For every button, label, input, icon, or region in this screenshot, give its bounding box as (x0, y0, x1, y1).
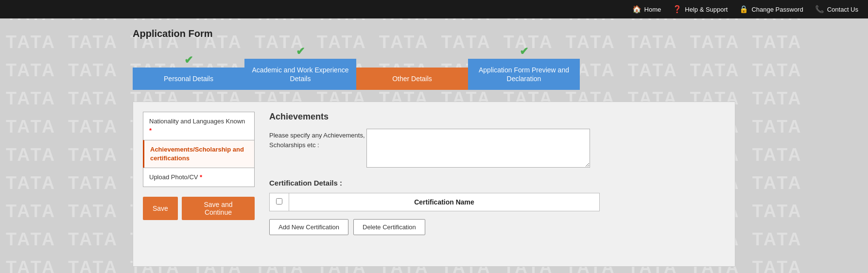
step-preview-check: ✔ (520, 46, 528, 57)
sidebar-achievements-label: Achievements/Scholarship and certificati… (150, 146, 244, 162)
save-button[interactable]: Save (143, 197, 178, 220)
nav-change-password-label: Change Password (751, 6, 803, 13)
sidebar-nationality-label: Nationality and Languages Known (149, 118, 245, 125)
step-academic-check: ✔ (296, 46, 305, 57)
certification-buttons: Add New Certification Delete Certificati… (269, 219, 725, 235)
home-icon: 🏠 (632, 5, 642, 14)
step-preview-button[interactable]: Application Form Preview and Declaration (468, 59, 580, 90)
page-title: Application Form (133, 28, 735, 39)
step-other: ✔ Other Details (356, 55, 468, 90)
step-preview: ✔ Application Form Preview and Declarati… (468, 46, 580, 90)
nav-home-label: Home (644, 6, 661, 13)
nav-change-password[interactable]: 🔒 Change Password (739, 5, 803, 14)
lock-icon: 🔒 (739, 5, 748, 14)
certification-table: Certification Name (269, 193, 600, 211)
step-personal-button[interactable]: Personal Details (133, 68, 244, 90)
sidebar-item-upload[interactable]: Upload Photo/CV * (143, 168, 255, 187)
steps-bar: ✔ Personal Details ✔ Academic and Work E… (133, 46, 735, 90)
main-content: Application Form ✔ Personal Details ✔ Ac… (113, 18, 755, 273)
cert-select-all-checkbox[interactable] (276, 198, 282, 205)
add-certification-button[interactable]: Add New Certification (269, 219, 348, 235)
step-other-button[interactable]: Other Details (356, 68, 468, 90)
step-academic-button[interactable]: Academic and Work Experience Details (244, 59, 356, 90)
cert-header-checkbox (270, 193, 289, 211)
sidebar-upload-required: * (200, 173, 202, 181)
nav-help-label: Help & Support (685, 6, 728, 13)
nav-home[interactable]: 🏠 Home (632, 5, 661, 14)
step-personal-check: ✔ (184, 55, 193, 66)
left-sidebar: Nationality and Languages Known * Achiev… (143, 112, 255, 256)
save-continue-button[interactable]: Save and Continue (182, 197, 255, 220)
achievements-section-title: Achievements (269, 112, 725, 122)
phone-icon: 📞 (815, 5, 824, 14)
sidebar-item-nationality[interactable]: Nationality and Languages Known * (143, 112, 255, 140)
help-icon: ❓ (673, 5, 682, 14)
achievements-textarea[interactable] (366, 129, 590, 168)
achievements-field-input (366, 129, 725, 169)
sidebar-upload-label: Upload Photo/CV (149, 173, 198, 181)
certification-section-title: Certification Details : (269, 179, 725, 187)
achievements-field-label: Please specify any Achievements, Scholar… (269, 129, 366, 150)
nav-help[interactable]: ❓ Help & Support (673, 5, 728, 14)
step-personal: ✔ Personal Details (133, 55, 244, 90)
sidebar-nationality-required: * (149, 127, 152, 134)
form-area: Nationality and Languages Known * Achiev… (133, 102, 735, 267)
step-academic: ✔ Academic and Work Experience Details (244, 46, 356, 90)
cert-table-header-row: Certification Name (270, 193, 600, 211)
right-content: Achievements Please specify any Achievem… (269, 112, 725, 256)
save-buttons-container: Save Save and Continue (143, 197, 255, 220)
top-navigation: 🏠 Home ❓ Help & Support 🔒 Change Passwor… (0, 0, 868, 18)
achievements-field-row: Please specify any Achievements, Scholar… (269, 129, 725, 169)
nav-contact[interactable]: 📞 Contact Us (815, 5, 858, 14)
nav-contact-label: Contact Us (827, 6, 858, 13)
delete-certification-button[interactable]: Delete Certification (353, 219, 425, 235)
cert-header-name: Certification Name (289, 193, 600, 211)
sidebar-item-achievements[interactable]: Achievements/Scholarship and certificati… (143, 140, 255, 168)
